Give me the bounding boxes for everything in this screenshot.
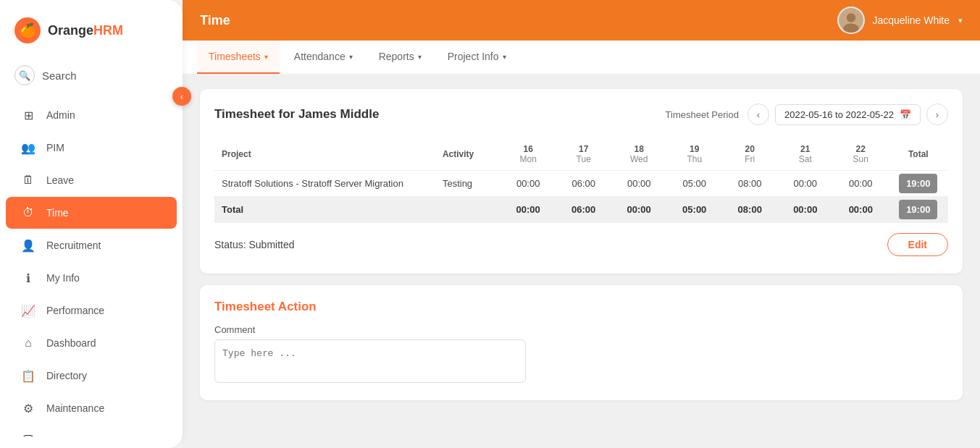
topbar: Time Jacqueline White ▾: [183, 0, 980, 41]
period-prev-button[interactable]: ‹: [747, 103, 769, 125]
col-header-total: Total: [889, 138, 948, 171]
avatar: [837, 7, 865, 34]
row-total: 19:00: [889, 171, 948, 197]
timesheet-card: Timesheet for James Middle Timesheet Per…: [200, 89, 963, 274]
tab-attendance-chevron: ▾: [349, 53, 353, 61]
sidebar-item-directory[interactable]: 📋 Directory: [6, 360, 177, 392]
sidebar-item-label-maintenance: Maintenance: [46, 402, 104, 414]
sidebar-item-label-buzz: Buzz: [46, 435, 69, 436]
row-d17: 06:00: [556, 171, 611, 197]
total-d22: 00:00: [833, 197, 889, 223]
sidebar-item-label-dashboard: Dashboard: [46, 337, 96, 349]
search-icon: 🔍: [14, 65, 35, 85]
total-d18: 00:00: [611, 197, 667, 223]
search-button[interactable]: 🔍 Search: [0, 58, 183, 98]
tab-project-info-label: Project Info: [448, 51, 499, 62]
sidebar-item-label-admin: Admin: [46, 109, 75, 121]
row-project: Stratoff Solutions - Stratoff Server Mig…: [214, 171, 435, 197]
col-header-activity: Activity: [435, 138, 501, 171]
table-row: Stratoff Solutions - Stratoff Server Mig…: [214, 171, 948, 197]
edit-button[interactable]: Edit: [887, 233, 948, 256]
topbar-title: Time: [200, 13, 230, 28]
tab-timesheets[interactable]: Timesheets ▾: [197, 41, 280, 74]
total-activity: [435, 197, 501, 223]
sidebar-item-label-leave: Leave: [46, 174, 74, 186]
sidebar-item-admin[interactable]: ⊞ Admin: [6, 99, 177, 131]
maintenance-icon: ⚙: [20, 400, 36, 416]
nav-tabs: Timesheets ▾ Attendance ▾ Reports ▾ Proj…: [183, 41, 980, 75]
sidebar: 🍊 OrangeHRM 🔍 Search ⊞ Admin 👥 PIM 🗓 Lea…: [0, 0, 183, 448]
sidebar-item-maintenance[interactable]: ⚙ Maintenance: [6, 392, 177, 424]
row-d21: 00:00: [778, 171, 834, 197]
timesheet-header: Timesheet for James Middle Timesheet Per…: [214, 103, 948, 125]
row-d18: 00:00: [611, 171, 667, 197]
directory-icon: 📋: [20, 368, 36, 384]
calendar-icon: 📅: [900, 109, 911, 120]
total-d19: 05:00: [666, 197, 722, 223]
total-d21: 00:00: [778, 197, 834, 223]
sidebar-item-pim[interactable]: 👥 PIM: [6, 132, 177, 164]
period-nav: Timesheet Period ‹ 2022-05-16 to 2022-05…: [666, 103, 948, 125]
performance-icon: 📈: [20, 303, 36, 318]
tab-reports[interactable]: Reports ▾: [367, 41, 433, 74]
svg-point-2: [844, 23, 859, 33]
tab-attendance[interactable]: Attendance ▾: [282, 41, 364, 74]
sidebar-collapse-button[interactable]: ‹: [172, 87, 191, 106]
period-value: 2022-05-16 to 2022-05-22 📅: [775, 104, 921, 125]
user-chevron-icon: ▾: [958, 16, 963, 25]
user-menu[interactable]: Jacqueline White ▾: [837, 7, 963, 34]
sidebar-item-label-recruitment: Recruitment: [46, 240, 101, 251]
sidebar-item-time[interactable]: ⏱ Time: [6, 197, 177, 229]
col-header-d17: 17 Tue: [556, 138, 611, 171]
sidebar-item-label-directory: Directory: [46, 370, 87, 381]
col-header-d19: 19 Thu: [666, 138, 722, 171]
search-label: Search: [42, 69, 77, 82]
total-row: Total 00:00 06:00 00:00 05:00 08:00 00:0…: [214, 197, 948, 223]
period-label: Timesheet Period: [666, 109, 739, 120]
sidebar-item-dashboard[interactable]: ⌂ Dashboard: [6, 327, 177, 359]
sidebar-item-label-performance: Performance: [46, 305, 104, 316]
myinfo-icon: ℹ: [20, 270, 36, 286]
total-label: Total: [214, 197, 435, 223]
svg-point-1: [847, 13, 856, 22]
logo-icon: 🍊: [14, 17, 41, 43]
leave-icon: 🗓: [20, 172, 36, 188]
tab-project-info-chevron: ▾: [503, 53, 506, 61]
comment-label: Comment: [214, 324, 948, 335]
col-header-project: Project: [214, 138, 435, 171]
row-d22: 00:00: [833, 171, 889, 197]
buzz-icon: 💬: [20, 433, 36, 436]
timesheet-action-card: Timesheet Action Comment: [200, 285, 963, 400]
sidebar-item-leave[interactable]: 🗓 Leave: [6, 164, 177, 196]
total-d17: 06:00: [556, 197, 611, 223]
row-d20: 08:00: [722, 171, 778, 197]
sidebar-item-myinfo[interactable]: ℹ My Info: [6, 262, 177, 294]
sidebar-item-buzz[interactable]: 💬 Buzz: [6, 425, 177, 436]
sidebar-item-label-time: Time: [46, 207, 69, 219]
sidebar-item-recruitment[interactable]: 👤 Recruitment: [6, 229, 177, 261]
main-content: Time Jacqueline White ▾ Timesheets ▾ Att…: [183, 0, 980, 448]
tab-reports-label: Reports: [379, 51, 414, 62]
tab-timesheets-label: Timesheets: [209, 51, 261, 62]
tab-reports-chevron: ▾: [418, 53, 422, 61]
col-header-d20: 20 Fri: [722, 138, 778, 171]
col-header-d18: 18 Wed: [611, 138, 667, 171]
action-title: Timesheet Action: [214, 300, 948, 314]
status-row: Status: Submitted Edit: [214, 223, 948, 259]
comment-textarea[interactable]: [214, 339, 526, 383]
dashboard-icon: ⌂: [20, 335, 36, 351]
logo-text: OrangeHRM: [48, 23, 123, 38]
total-grand: 19:00: [889, 197, 948, 223]
sidebar-item-performance[interactable]: 📈 Performance: [6, 295, 177, 326]
total-d20: 08:00: [722, 197, 778, 223]
tab-project-info[interactable]: Project Info ▾: [436, 41, 518, 74]
sidebar-nav: ⊞ Admin 👥 PIM 🗓 Leave ⏱ Time 👤 Recruitme…: [0, 98, 183, 436]
col-header-d22: 22 Sun: [833, 138, 889, 171]
user-name: Jacqueline White: [872, 14, 950, 26]
timesheet-title: Timesheet for James Middle: [214, 107, 379, 122]
timesheet-table: Project Activity 16 Mon 17 Tue 18 Wed: [214, 138, 948, 223]
status-badge: Status: Submitted: [214, 239, 295, 250]
period-next-button[interactable]: ›: [926, 103, 948, 125]
col-header-d21: 21 Sat: [778, 138, 834, 171]
col-header-d16: 16 Mon: [501, 138, 556, 171]
